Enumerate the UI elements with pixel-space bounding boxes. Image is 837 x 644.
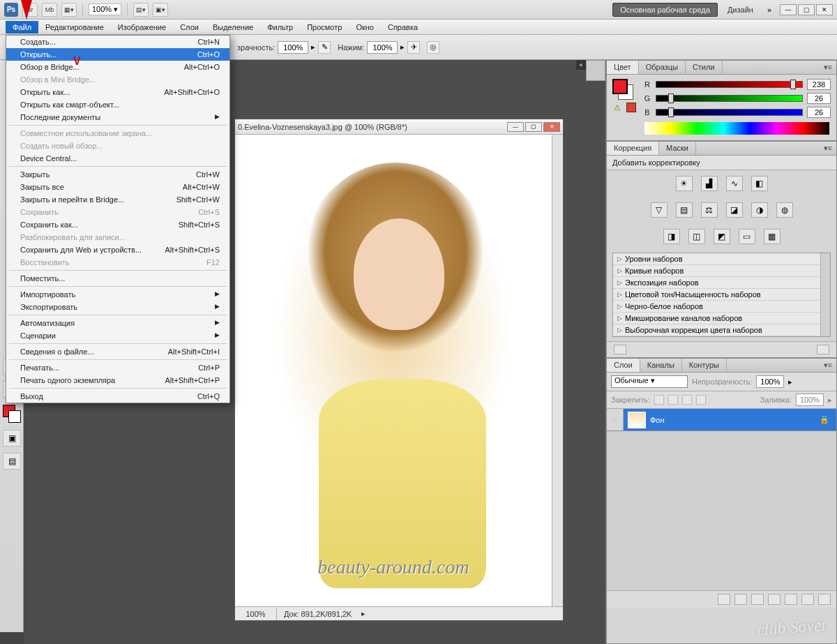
layer-visibility-icon[interactable]: 👁 bbox=[607, 409, 624, 430]
window-close-button[interactable]: ✕ bbox=[816, 4, 833, 15]
lock-position-icon[interactable] bbox=[682, 395, 692, 405]
zoom-select[interactable]: 100% ▾ bbox=[89, 3, 121, 15]
tab-masks[interactable]: Маски bbox=[659, 142, 696, 155]
adj-clip-icon[interactable] bbox=[817, 345, 829, 354]
preset-scrollbar[interactable] bbox=[820, 253, 830, 336]
tab-paths[interactable]: Контуры bbox=[682, 359, 727, 372]
r-value[interactable]: 238 bbox=[807, 79, 831, 90]
opacity-flyout-icon[interactable]: ▸ bbox=[788, 377, 792, 387]
menu-item[interactable]: Последние документы▶ bbox=[6, 111, 229, 123]
menu-help[interactable]: Справка bbox=[381, 21, 425, 33]
doc-info-flyout-icon[interactable]: ▸ bbox=[361, 609, 365, 618]
b-slider[interactable] bbox=[656, 109, 803, 116]
menu-item[interactable]: Печать одного экземпляраAlt+Shift+Ctrl+P bbox=[6, 374, 229, 387]
preset-item[interactable]: ▷Экспозиция наборов bbox=[613, 277, 830, 289]
menu-item[interactable]: Открыть как смарт-объект... bbox=[6, 98, 229, 111]
r-slider[interactable] bbox=[656, 81, 803, 88]
preset-item[interactable]: ▷Цветовой тон/Насыщенность наборов bbox=[613, 289, 830, 301]
spectrum-ramp[interactable] bbox=[644, 122, 829, 135]
doc-scrollbar-vertical[interactable] bbox=[552, 135, 563, 606]
window-maximize-button[interactable]: ▢ bbox=[798, 4, 815, 15]
arrange-documents-button[interactable]: ▤▾ bbox=[133, 3, 149, 17]
minibridge-button[interactable]: Mb bbox=[42, 3, 57, 17]
view-extras-button[interactable]: ▦▾ bbox=[61, 3, 77, 17]
channel-mixer-icon[interactable]: ◍ bbox=[776, 202, 793, 218]
menu-item[interactable]: Открыть как...Alt+Shift+Ctrl+O bbox=[6, 86, 229, 98]
menu-select[interactable]: Выделение bbox=[206, 21, 260, 33]
document-titlebar[interactable]: 0.Evelina-Voznesenskaya3.jpg @ 100% (RGB… bbox=[235, 119, 563, 135]
lock-pixels-icon[interactable] bbox=[668, 395, 678, 405]
hue-icon[interactable]: ▤ bbox=[676, 202, 693, 218]
selective-color-icon[interactable]: ▦ bbox=[764, 229, 781, 244]
new-adjustment-icon[interactable] bbox=[768, 594, 781, 605]
doc-minimize-button[interactable]: — bbox=[507, 122, 524, 132]
menu-item[interactable]: Открыть...Ctrl+O bbox=[6, 48, 229, 61]
workspace-main-button[interactable]: Основная рабочая среда bbox=[612, 3, 718, 17]
photo-filter-icon[interactable]: ◑ bbox=[751, 202, 768, 218]
menu-item[interactable]: Обзор в Bridge...Alt+Ctrl+O bbox=[6, 61, 229, 73]
menu-item[interactable]: Поместить... bbox=[6, 272, 229, 285]
exposure-icon[interactable]: ◧ bbox=[751, 176, 768, 191]
panel-menu-icon[interactable]: ▾≡ bbox=[820, 359, 836, 372]
link-layers-icon[interactable] bbox=[718, 594, 730, 605]
gamut-warning-icon[interactable]: ⚠ bbox=[612, 103, 622, 112]
g-value[interactable]: 26 bbox=[807, 93, 831, 104]
bw-icon[interactable]: ◪ bbox=[726, 202, 743, 218]
menu-window[interactable]: Окно bbox=[349, 21, 381, 33]
invert-icon[interactable]: ◨ bbox=[663, 229, 680, 244]
menu-item[interactable]: ВыходCtrl+Q bbox=[6, 390, 229, 403]
delete-layer-icon[interactable] bbox=[818, 594, 831, 605]
tab-channels[interactable]: Каналы bbox=[640, 359, 682, 372]
layer-mask-icon[interactable] bbox=[751, 594, 764, 605]
preset-item[interactable]: ▷Черно-белое наборов bbox=[613, 301, 830, 313]
panel-menu-icon[interactable]: ▾≡ bbox=[820, 142, 836, 155]
menu-item[interactable]: ЗакрытьCtrl+W bbox=[6, 168, 229, 181]
panel-collapse-handle[interactable]: « bbox=[576, 60, 586, 70]
lock-transparency-icon[interactable] bbox=[654, 395, 664, 405]
screenmode-tool[interactable]: ▤ bbox=[3, 453, 21, 470]
document-canvas[interactable]: beauty-around.com bbox=[235, 135, 552, 606]
menu-item[interactable]: Device Central... bbox=[6, 152, 229, 165]
workspace-more-button[interactable]: » bbox=[763, 6, 776, 14]
fill-flyout-icon[interactable]: ▸ bbox=[828, 396, 832, 405]
tab-adjustments[interactable]: Коррекция bbox=[607, 142, 659, 155]
flow-flyout-icon[interactable]: ▸ bbox=[400, 43, 405, 52]
window-minimize-button[interactable]: — bbox=[780, 4, 797, 15]
layer-opacity-input[interactable]: 100% bbox=[756, 375, 784, 388]
layer-fill-input[interactable]: 100% bbox=[796, 394, 824, 406]
menu-item[interactable]: Закрыть всеAlt+Ctrl+W bbox=[6, 181, 229, 193]
menu-item[interactable]: Закрыть и перейти в Bridge...Shift+Ctrl+… bbox=[6, 193, 229, 206]
opacity-flyout-icon[interactable]: ▸ bbox=[311, 43, 315, 52]
menu-item[interactable]: Сохранить для Web и устройств...Alt+Shif… bbox=[6, 244, 229, 256]
menu-edit[interactable]: Редактирование bbox=[38, 21, 111, 33]
color-balance-icon[interactable]: ⚖ bbox=[701, 202, 718, 218]
doc-zoom-field[interactable]: 100% bbox=[235, 608, 277, 620]
curves-icon[interactable]: ∿ bbox=[726, 176, 743, 191]
preset-item[interactable]: ▷Выборочная коррекция цвета наборов bbox=[613, 324, 830, 336]
minimized-panel-icon[interactable] bbox=[586, 60, 605, 81]
adj-expand-icon[interactable] bbox=[614, 345, 626, 354]
preset-item[interactable]: ▷Микширование каналов наборов bbox=[613, 313, 830, 324]
opacity-input[interactable]: 100% bbox=[278, 41, 308, 54]
gamut-swatch[interactable] bbox=[626, 103, 636, 112]
vibrance-icon[interactable]: ▽ bbox=[651, 202, 668, 218]
layer-thumbnail[interactable] bbox=[628, 412, 646, 428]
workspace-design-button[interactable]: Дизайн bbox=[722, 3, 759, 16]
menu-item[interactable]: Сведения о файле...Alt+Shift+Ctrl+I bbox=[6, 345, 229, 358]
levels-icon[interactable]: ▟ bbox=[701, 176, 718, 191]
panel-fg-swatch[interactable] bbox=[612, 79, 628, 94]
menu-item[interactable]: Печатать...Ctrl+P bbox=[6, 361, 229, 374]
layer-name[interactable]: Фон bbox=[650, 416, 813, 424]
menu-item[interactable]: Импортировать▶ bbox=[6, 288, 229, 301]
menu-item[interactable]: Сценарии▶ bbox=[6, 329, 229, 342]
panel-color-swatches[interactable] bbox=[612, 79, 633, 100]
menu-item[interactable]: Создать...Ctrl+N bbox=[6, 36, 229, 48]
menu-item[interactable]: Сохранить как...Shift+Ctrl+S bbox=[6, 218, 229, 231]
b-value[interactable]: 26 bbox=[807, 107, 831, 118]
new-group-icon[interactable] bbox=[785, 594, 797, 605]
threshold-icon[interactable]: ◩ bbox=[714, 229, 730, 244]
menu-image[interactable]: Изображение bbox=[111, 21, 173, 33]
screen-mode-button[interactable]: ▣▾ bbox=[153, 3, 168, 17]
posterize-icon[interactable]: ◫ bbox=[688, 229, 705, 244]
brightness-icon[interactable]: ☀ bbox=[676, 176, 693, 191]
